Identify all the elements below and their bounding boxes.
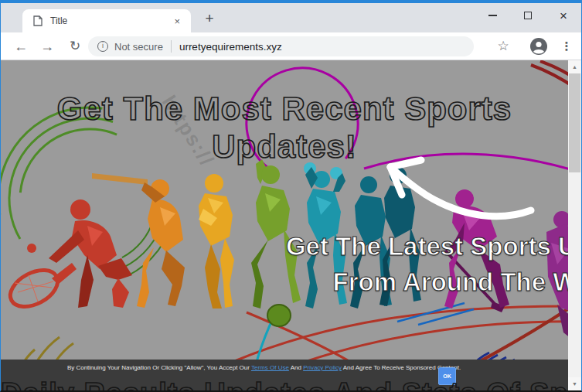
menu-dots-icon[interactable]: ⋮ bbox=[557, 36, 576, 57]
minimize-button[interactable] bbox=[475, 3, 510, 28]
page-favicon-icon bbox=[33, 15, 43, 26]
forward-button[interactable]: → bbox=[36, 36, 58, 57]
bookmark-star-icon[interactable]: ☆ bbox=[492, 36, 514, 57]
close-window-button[interactable]: × bbox=[546, 3, 581, 28]
new-tab-button[interactable]: + bbox=[199, 8, 220, 29]
scroll-down-button[interactable]: ▼ bbox=[568, 377, 581, 390]
tab-title: Title bbox=[50, 15, 171, 26]
browser-toolbar: ← → ↻ i Not secure urretyequirements.xyz… bbox=[1, 32, 581, 60]
blue-lines bbox=[397, 303, 474, 325]
sub-headline-line2: From Around The Wo bbox=[333, 268, 581, 297]
consent-text-prefix: By Continuing Your Navigation Or Clickin… bbox=[67, 364, 251, 371]
browser-window: Title × + × ← → ↻ i Not secure urretyequ… bbox=[0, 0, 582, 392]
scrollbar-thumb[interactable] bbox=[569, 73, 580, 172]
tennis-player-figure bbox=[4, 199, 132, 314]
omnibox-separator bbox=[171, 40, 172, 53]
scroll-up-button[interactable]: ▲ bbox=[568, 60, 581, 73]
browser-tab[interactable]: Title × bbox=[22, 9, 191, 32]
close-icon: × bbox=[560, 9, 567, 22]
info-icon[interactable]: i bbox=[97, 41, 108, 52]
tab-close-icon[interactable]: × bbox=[171, 15, 183, 27]
scrollbar[interactable]: ▲ ▼ bbox=[568, 60, 581, 390]
profile-avatar-icon[interactable] bbox=[529, 37, 548, 56]
terms-of-use-link[interactable]: Terms Of Use bbox=[251, 364, 289, 371]
maximize-button[interactable] bbox=[510, 3, 546, 28]
football-player-figure bbox=[199, 174, 234, 308]
cutoff-headline: Daily Results Updates And Stats Of Sport… bbox=[1, 377, 581, 390]
tab-strip: Title × + × bbox=[1, 3, 581, 32]
hand-drawn-arrow-icon bbox=[370, 150, 536, 223]
sub-headline-line1: Get The Latest Sports Up bbox=[286, 232, 581, 261]
back-button[interactable]: ← bbox=[10, 36, 32, 57]
page-content: https:// Get The Most Recent Sports Upda… bbox=[1, 60, 581, 390]
consent-text-and: And bbox=[289, 364, 303, 371]
window-controls: × bbox=[475, 3, 581, 28]
privacy-policy-link[interactable]: Privacy Policy bbox=[303, 364, 342, 371]
minimize-icon bbox=[488, 15, 497, 16]
address-bar[interactable]: i Not secure urretyequirements.xyz bbox=[88, 36, 474, 56]
maximize-icon bbox=[524, 12, 532, 19]
security-label: Not secure bbox=[114, 41, 163, 53]
url-text[interactable]: urretyequirements.xyz bbox=[179, 41, 282, 53]
reload-button[interactable]: ↻ bbox=[64, 36, 86, 57]
headline-line1: Get The Most Recent Sports bbox=[1, 90, 568, 128]
